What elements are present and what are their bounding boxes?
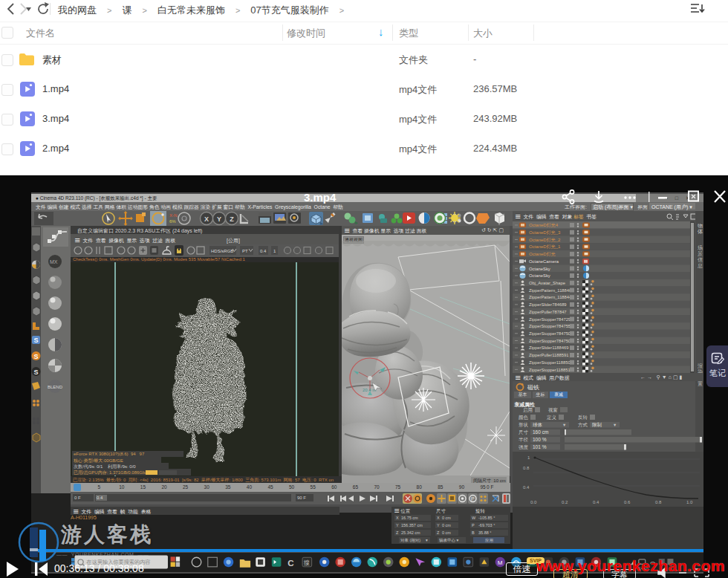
svg-text:半径: 半径 [519,437,529,442]
svg-text:156.357 cm: 156.357 cm [401,523,423,527]
svg-text:应用: 应用 [485,538,493,543]
svg-text:X: X [396,516,399,520]
svg-text:ZipperPuller787847: ZipperPuller787847 [529,310,567,314]
svg-text:OctaneD灯光4: OctaneD灯光4 [529,223,559,228]
svg-text:0 cm: 0 cm [442,516,451,520]
svg-text:0.8: 0.8 [655,500,662,504]
svg-text:P: P [472,523,475,527]
svg-text:Y: Y [437,523,440,527]
svg-text:X: X [204,215,209,223]
svg-text:101 %: 101 % [533,444,547,449]
svg-text:ZipperStopper784750: ZipperStopper784750 [529,331,571,336]
svg-text:ZipperPuller1188591: ZipperPuller1188591 [529,353,568,357]
svg-text:Obj_Avatar_Shape: Obj_Avatar_Shape [529,281,565,285]
svg-text:OctaneD灯光_2: OctaneD灯光_2 [529,238,561,243]
svg-text:轴承中心 ▾: 轴承中心 ▾ [439,538,459,543]
svg-text:60: 60 [331,484,337,490]
svg-text:ZipperStopper784755: ZipperStopper784755 [529,324,571,328]
svg-text:ZipperStopper784750: ZipperStopper784750 [529,339,571,343]
svg-text:0.4: 0.4 [593,500,599,504]
svg-text:B: B [472,530,475,535]
svg-text:S: S [34,337,39,344]
svg-text:20: 20 [161,484,167,490]
svg-text:▾: ▾ [426,538,428,542]
svg-text:35: 35 [225,484,231,490]
svg-text:Y: Y [396,523,399,527]
svg-text:OctaneD灯光_1: OctaneD灯光_1 [529,244,561,250]
svg-text:反转: 反转 [578,415,588,420]
svg-text:HDS/sRGB: HDS/sRGB [211,249,233,253]
svg-text:ZipperPattern_1188408: ZipperPattern_1188408 [529,288,573,293]
svg-text:颜色: 颜色 [519,415,529,420]
svg-text:Z: Z [230,215,234,223]
svg-text:0 F: 0 F [487,484,493,490]
svg-text:55: 55 [311,484,316,490]
svg-text:形状: 形状 [519,422,529,428]
svg-text:0.0: 0.0 [530,500,537,504]
svg-text:OctaneSky: OctaneSky [529,273,550,278]
svg-text:ZipperStopper1188515: ZipperStopper1188515 [529,368,573,372]
svg-text:PT: PT [242,249,248,253]
svg-text:16.75 cm: 16.75 cm [401,516,418,520]
svg-text:20.4 m: 20.4 m [363,388,376,392]
svg-text:方式: 方式 [578,422,588,428]
svg-text:100 %: 100 % [533,437,547,442]
svg-text:85: 85 [438,484,443,490]
svg-text:0.8: 0.8 [523,466,530,470]
svg-text:M: M [498,559,503,566]
svg-text:ZipperSlider784689: ZipperSlider784689 [529,302,567,307]
svg-text:10: 10 [119,484,125,490]
svg-text:限制: 限制 [592,422,602,427]
svg-text:ZipperStopper1188508: ZipperStopper1188508 [529,360,573,365]
svg-text:0.6: 0.6 [624,500,631,504]
svg-text:70: 70 [374,484,380,490]
svg-text:MX: MX [50,259,58,264]
svg-text:搜: 搜 [304,559,310,566]
svg-text:P: P [471,496,475,501]
svg-text:40: 40 [247,484,253,490]
svg-text:S: S [34,353,39,360]
svg-text:65: 65 [353,484,359,490]
svg-text:球体: 球体 [533,422,543,427]
svg-text:OctaneD灯光: OctaneD灯光 [529,252,556,257]
svg-text:25: 25 [183,484,189,490]
svg-text:-69.703 °: -69.703 ° [478,523,495,527]
svg-text:ZipperStopper784729: ZipperStopper784729 [529,317,571,322]
svg-text:0.4: 0.4 [523,485,530,490]
svg-text:强度: 强度 [519,444,529,450]
svg-text:1.0: 1.0 [686,500,693,504]
svg-text:ZipperPattern_1188449: ZipperPattern_1188449 [529,295,573,299]
svg-text:0 cm: 0 cm [442,523,451,527]
svg-text:5: 5 [98,484,101,490]
svg-text:45: 45 [267,484,273,490]
svg-text:S: S [34,368,39,376]
svg-text:50: 50 [289,484,295,490]
svg-text:对象 (相对): 对象 (相对) [400,538,420,542]
svg-text:0.2: 0.2 [562,500,568,504]
svg-text:15: 15 [140,484,146,490]
svg-text:W: W [472,516,476,520]
svg-text:C: C [287,558,294,568]
svg-text:X-N: X-N [169,213,177,218]
svg-text:35.88 °: 35.88 ° [478,530,492,535]
svg-text:6%: 6% [169,219,176,224]
svg-text:OctaneSky: OctaneSky [529,267,550,271]
svg-text:Y: Y [217,215,221,223]
svg-text:ZipperSlider1188469: ZipperSlider1188469 [529,345,568,350]
svg-text:0 cm: 0 cm [442,530,451,535]
svg-text:25.342 cm: 25.342 cm [401,530,420,535]
svg-text:160 cm: 160 cm [533,429,548,435]
svg-text:OctaneD灯光_3: OctaneD灯光_3 [529,230,561,236]
svg-text:视窗: 视窗 [548,407,558,413]
svg-text:尺寸: 尺寸 [519,429,529,435]
svg-text:X: X [437,516,440,520]
svg-text:90: 90 [459,484,465,490]
svg-text:OctaneCamera: OctaneCamera [529,259,559,264]
svg-text:75: 75 [395,484,401,490]
svg-text:95: 95 [480,484,486,490]
svg-text:BLEND: BLEND [48,385,63,389]
svg-text:30: 30 [204,484,210,490]
svg-text:1: 1 [527,455,530,460]
svg-text:-105.85 °: -105.85 ° [478,516,495,520]
svg-text:定义: 定义 [547,415,557,420]
